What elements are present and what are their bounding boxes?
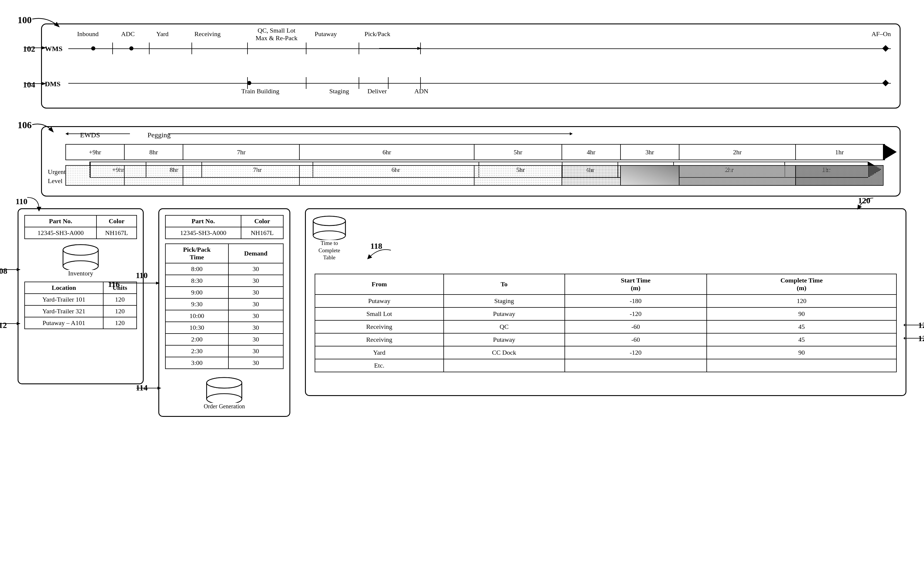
order-gen-label: Order Generation — [204, 402, 245, 410]
stage-adc: ADC — [121, 30, 135, 38]
stage-pickpack: Pick/Pack — [365, 30, 390, 38]
inventory-cylinder: Inventory — [24, 243, 137, 277]
svg-marker-41 — [904, 337, 905, 340]
stage-yard: Yard — [156, 30, 168, 38]
urgent-level-label: UrgentLevel — [48, 167, 66, 186]
dms-train-building: Train Building — [241, 88, 279, 95]
time-complete-cylinder: Time toCompleteTable — [312, 215, 347, 261]
table-row: Etc. — [315, 359, 896, 372]
wms-label: WMS — [45, 45, 63, 53]
svg-marker-7 — [65, 132, 68, 135]
svg-marker-21 — [17, 322, 20, 325]
dms-adn: ADN — [414, 88, 428, 95]
svg-point-36 — [313, 231, 345, 240]
color-header: Color — [96, 215, 137, 227]
svg-marker-23 — [156, 282, 160, 284]
stage-putaway: Putaway — [315, 30, 337, 38]
svg-point-37 — [313, 216, 345, 226]
location-row3: Putaway – A101 — [25, 317, 103, 329]
label-110-mid: 110 — [136, 271, 147, 280]
pegging-label: Pegging — [147, 131, 171, 139]
stage-qc: QC, Small LotMax & Re-Pack — [247, 27, 306, 42]
dms-staging: Staging — [329, 88, 349, 95]
table-row: YardCC Dock-12090 — [315, 346, 896, 359]
section2-box: EWDS Pegging +9hr 8hr 7hr 6hr 5hr — [41, 126, 901, 197]
pickpack-header: Pick/PackTime — [165, 244, 228, 263]
stage-receiving: Receiving — [195, 30, 221, 38]
stage-inbound: Inbound — [77, 30, 99, 38]
from-header: From — [315, 274, 444, 294]
label-110: 110 — [16, 197, 27, 206]
units-row3: 120 — [103, 317, 137, 329]
inventory-label: Inventory — [24, 270, 137, 277]
dms-label: DMS — [45, 80, 60, 88]
inventory-box: 110 Part No. Color 12345-SH3-A000 NH167L — [18, 208, 144, 384]
diagram-container: 100 102 104 — [18, 9, 906, 573]
svg-marker-31 — [157, 387, 161, 390]
svg-marker-39 — [904, 324, 905, 326]
demand-box: 110 116 Part No. Color 12345-SH3-A000 NH… — [158, 208, 290, 417]
complete-time-header: Complete Time(m) — [707, 274, 896, 294]
svg-marker-5 — [417, 47, 422, 50]
part-no-value: 12345-SH3-A000 — [25, 227, 96, 239]
location-header: Location — [25, 282, 103, 294]
section1-box: 102 104 WMS DMS Inbound ADC Yard — [41, 23, 901, 109]
part-no-header: Part No. — [25, 215, 96, 227]
color-value: NH167L — [96, 227, 137, 239]
location-row1: Yard-Trailer 101 — [25, 294, 103, 305]
to-header: To — [444, 274, 565, 294]
tc-label: Time toCompleteTable — [312, 240, 347, 261]
start-time-header: Start Time(m) — [565, 274, 707, 294]
svg-marker-11 — [17, 268, 20, 271]
svg-point-28 — [207, 394, 242, 403]
table-row: ReceivingQC-6045 — [315, 320, 896, 333]
stage-afon: AF–On — [871, 30, 891, 38]
svg-point-19 — [63, 245, 98, 255]
table-row: ReceivingPutaway-6045 — [315, 333, 896, 346]
table-row: PutawayStaging-180120 — [315, 294, 896, 308]
svg-point-29 — [207, 377, 242, 388]
units-row2: 120 — [103, 305, 137, 317]
demand-header: Demand — [228, 244, 283, 263]
svg-point-18 — [63, 261, 98, 270]
order-gen: Order Generation — [204, 376, 245, 410]
time-complete-box: 120 118 — [305, 208, 906, 396]
dms-deliver: Deliver — [368, 88, 387, 95]
units-row1: 120 — [103, 294, 137, 305]
location-row2: Yard-Trailer 321 — [25, 305, 103, 317]
table-row: Small LotPutaway-12090 — [315, 308, 896, 320]
svg-marker-9 — [570, 132, 573, 135]
